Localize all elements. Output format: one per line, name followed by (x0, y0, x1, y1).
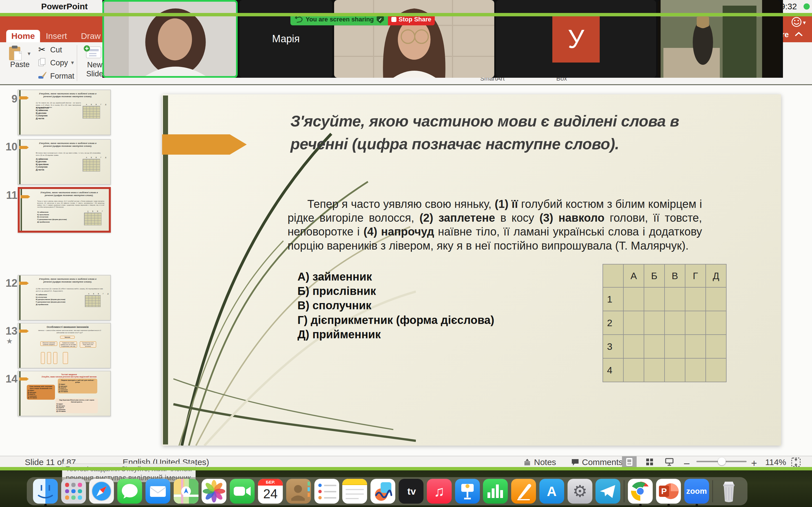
dock-safari-icon[interactable] (89, 479, 114, 504)
menu-app-name[interactable]: PowerPoint (41, 2, 88, 11)
thumb-options: А) займенник Б) дієслово В) прислівник Г… (36, 158, 78, 171)
thumb-options: А) займенник Б) сполучник В) дієприслівн… (36, 293, 84, 305)
thumb-answer-table (85, 295, 101, 307)
comments-button[interactable]: Comments (571, 457, 623, 467)
copy-button[interactable] (38, 58, 46, 68)
thumbnail-slide-12[interactable]: З'ясуйте, якою частиною мови є виділені … (18, 275, 111, 321)
dock-trash-icon[interactable] (716, 479, 741, 504)
dock-maps-icon[interactable] (174, 479, 199, 504)
thumb-answer-table (84, 213, 101, 225)
zoom-percentage[interactable]: 114% (765, 457, 786, 467)
dock-mail-icon[interactable] (146, 479, 170, 504)
dock-settings-icon[interactable]: ⚙ (567, 479, 592, 504)
tab-draw[interactable]: Draw (79, 30, 103, 42)
copy-dropdown-caret[interactable]: ▾ (71, 59, 74, 66)
cut-button[interactable]: ✂ (38, 45, 45, 54)
copy-label: Copy (50, 59, 68, 67)
thumb-question-box: Сине липневе небо тисячами зірок озирає … (27, 385, 55, 400)
answer-table-row: 3 (603, 335, 726, 358)
thumb-title: З'ясуйте, якою частиною мови є виділені … (37, 191, 101, 197)
dock-photos-icon[interactable] (202, 479, 226, 504)
video-tile-student[interactable] (334, 0, 494, 78)
thumbnail-slide-13[interactable]: Особливості вживання іменників іменник –… (18, 323, 111, 369)
option-a: А) займенник (297, 270, 494, 284)
dock-numbers-icon[interactable] (483, 479, 508, 504)
security-shield-icon[interactable]: ✓ (377, 15, 384, 23)
paste-button[interactable] (8, 45, 26, 61)
dock-appstore-icon[interactable]: A (539, 479, 564, 504)
dock-calendar-icon[interactable]: БЕР. 24 (258, 479, 283, 504)
thumbnail-slide-10[interactable]: З'ясуйте, якою частиною мови є виділені … (18, 139, 111, 185)
zoom-share-border-bottom (0, 467, 812, 470)
dock-music-icon[interactable]: ♫ (427, 479, 452, 504)
dock-messages-icon[interactable] (117, 479, 142, 504)
thumbnail-slide-11-selected[interactable]: З'ясуйте, якою частиною мови є виділені … (18, 187, 111, 233)
paste-dropdown-caret[interactable]: ▾ (28, 50, 31, 57)
dock-zoom-icon[interactable]: zoom (684, 479, 709, 504)
dock-notes-icon[interactable] (342, 479, 367, 504)
format-painter-button[interactable] (38, 71, 47, 80)
participant-video (334, 0, 494, 78)
screen: PowerPoint File 9:32 Home Insert Draw (0, 0, 812, 507)
dock-powerpoint-icon[interactable]: P (656, 479, 681, 504)
feedback-smiley-icon[interactable] (791, 16, 802, 27)
dock-reminders-icon[interactable] (314, 479, 339, 504)
thumb-number-10: 10 (4, 141, 17, 153)
dock-finder-icon[interactable] (33, 479, 58, 504)
thumb-options: А) займенник Б) прислівник В) сполучник … (37, 211, 80, 223)
dock-appletv-icon[interactable]: tv (399, 479, 423, 504)
normal-view-button[interactable] (622, 456, 637, 467)
dock-freeform-icon[interactable] (370, 479, 395, 504)
slide-paragraph[interactable]: Тепер я часто уявляю свою няньку, (1) її… (288, 197, 702, 252)
slideshow-button[interactable] (662, 456, 677, 467)
format-brush-icon (38, 71, 47, 79)
tab-home[interactable]: Home (6, 30, 40, 42)
thumb-chart-leaf (53, 352, 57, 364)
thumb-question-box: Людина приходить у цей світ для любові і… (58, 379, 97, 393)
thumb-chart-branch: Лексичне значення (означає предмет) (40, 341, 57, 346)
video-tile-outdoor[interactable] (658, 0, 780, 78)
zoom-video-strip: Марія У (102, 0, 783, 78)
video-tile-maria[interactable]: Марія (239, 0, 333, 78)
video-tile-avatar[interactable]: У (496, 0, 656, 78)
thumb-arrow (19, 330, 29, 333)
dock-chrome-icon[interactable] (628, 479, 653, 504)
thumb-number-9: 9 (4, 93, 17, 105)
thumb-arrow (20, 195, 30, 198)
thumbnail-slide-9[interactable]: З'ясуйте, якою частиною мови є виділені … (18, 90, 111, 135)
slide-canvas[interactable]: З'ясуйте, якою частиною мови є виділені … (162, 94, 781, 446)
calendar-month: БЕР. (258, 479, 283, 486)
thumb-arrow (19, 96, 29, 100)
thumbnail-slide-14[interactable]: Тестові завданняЗ'ясуйте, яким членом ре… (18, 371, 111, 416)
cut-label: Cut (50, 46, 62, 54)
slide-options-list[interactable]: А) займенник Б) прислівник В) сполучник … (297, 270, 494, 342)
dock-keynote-icon[interactable] (455, 479, 480, 504)
notes-button[interactable]: Notes (523, 457, 556, 467)
slideshow-icon (665, 458, 673, 466)
dock-pages-icon[interactable] (511, 479, 536, 504)
dock-separator (624, 480, 624, 502)
zoom-slider-knob[interactable] (718, 457, 726, 465)
slide-title[interactable]: З'ясуйте, якою частиною мови є виділені … (290, 110, 713, 156)
dock-telegram-icon[interactable] (596, 479, 620, 504)
video-tile-active-speaker[interactable] (102, 0, 238, 78)
answer-table-row: 1 (603, 287, 726, 311)
zoom-share-border-top (0, 13, 812, 16)
new-slide-button[interactable] (84, 45, 101, 61)
thumb-answer-table (83, 106, 100, 119)
collapse-ribbon-icon[interactable] (795, 31, 803, 37)
new-slide-icon (84, 45, 101, 60)
dock-contacts-icon[interactable] (286, 479, 311, 504)
answer-table-header-row: АБВГД (603, 264, 726, 287)
slide-sorter-button[interactable] (642, 456, 657, 467)
smiley-caret[interactable]: ▾ (803, 19, 806, 26)
tab-insert[interactable]: Insert (43, 30, 70, 42)
dock-facetime-icon[interactable] (230, 479, 255, 504)
answer-table-row: 2 (603, 311, 726, 335)
paste-label: Paste (10, 60, 30, 69)
thumb-arrow (19, 146, 29, 149)
thumb-number-11: 11 (4, 189, 17, 202)
answer-table[interactable]: АБВГД 1 2 3 4 (603, 264, 726, 382)
fit-slide-icon[interactable] (791, 457, 801, 467)
dock-launchpad-icon[interactable] (61, 479, 86, 504)
